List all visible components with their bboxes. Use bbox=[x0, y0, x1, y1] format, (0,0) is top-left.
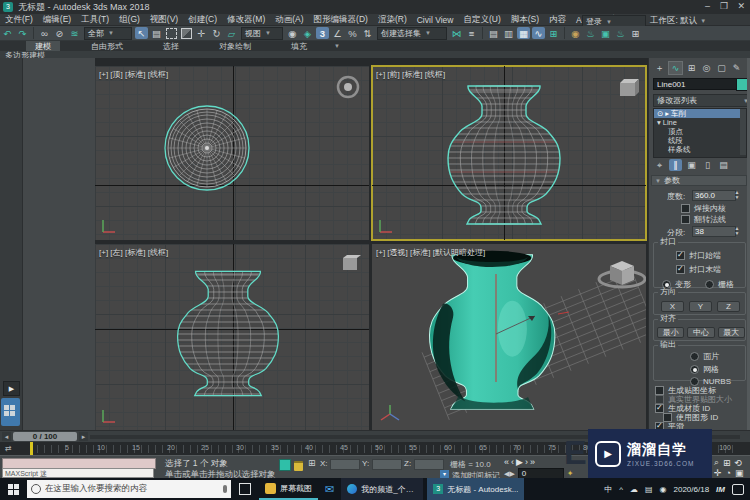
patch-radio[interactable] bbox=[690, 352, 699, 361]
viewcube-icon[interactable] bbox=[620, 79, 639, 96]
ribbon-toggle-icon[interactable]: ▦ bbox=[517, 27, 530, 39]
stack-item-spline[interactable]: 样条线 bbox=[654, 145, 746, 154]
align-min-button[interactable]: 最小 bbox=[657, 327, 684, 338]
motion-tab-icon[interactable]: ◎ bbox=[700, 62, 713, 74]
snaps-toggle-icon[interactable]: 3 bbox=[316, 27, 329, 39]
direction-z-button[interactable]: Z bbox=[717, 301, 740, 312]
x-coord-field[interactable] bbox=[330, 459, 360, 470]
grid-radio[interactable] bbox=[705, 280, 714, 289]
menu-scripting[interactable]: 脚本(S) bbox=[506, 14, 544, 26]
viewport-front[interactable]: [+] [前] [标准] [线框] bbox=[372, 66, 646, 240]
taskbar-item-screenshot[interactable]: 屏幕截图 bbox=[259, 478, 318, 500]
show-end-result-icon[interactable]: ∥ bbox=[669, 159, 682, 171]
cap-start-checkbox[interactable] bbox=[676, 251, 685, 260]
menu-animation[interactable]: 动画(A) bbox=[270, 14, 308, 26]
render-grid-icon[interactable]: ⊞ bbox=[629, 27, 642, 39]
fov-icon[interactable]: ◔ bbox=[726, 468, 731, 478]
display-tab-icon[interactable]: ▢ bbox=[715, 62, 728, 74]
rendered-frame-window-icon[interactable]: ▣ bbox=[599, 27, 612, 39]
degrees-field[interactable]: 360.0 bbox=[692, 190, 736, 201]
configure-modifier-sets-icon[interactable]: ▤ bbox=[717, 159, 730, 171]
zoom-icon[interactable]: ⌕ bbox=[714, 457, 719, 468]
viewport-perspective[interactable]: [+] [透视] [标准] [默认明暗处理] bbox=[372, 244, 646, 430]
menu-rendering[interactable]: 渲染(R) bbox=[373, 14, 412, 26]
render-setup-icon[interactable]: ♨ bbox=[584, 27, 597, 39]
material-editor-icon[interactable]: ◉ bbox=[569, 27, 582, 39]
viewport-front-label[interactable]: [+] [前] [标准] [线框] bbox=[376, 69, 445, 80]
minimize-button[interactable]: – bbox=[705, 1, 710, 11]
ribbon-minimize-icon[interactable]: ▼ bbox=[334, 43, 340, 49]
current-frame-marker[interactable] bbox=[30, 442, 33, 455]
key-mode-icon[interactable]: ◀▶ bbox=[504, 470, 515, 478]
object-name-field[interactable]: Line001 bbox=[653, 78, 739, 90]
orbit-icon[interactable]: ⟲ bbox=[735, 458, 743, 468]
utilities-tab-icon[interactable]: ✎ bbox=[730, 62, 743, 74]
close-button[interactable]: ✕ bbox=[737, 1, 745, 11]
go-to-end-icon[interactable]: » bbox=[530, 457, 535, 467]
menu-group[interactable]: 组(G) bbox=[114, 14, 145, 26]
viewport-left-label[interactable]: [+] [左] [标准] [线框] bbox=[99, 247, 168, 258]
absolute-offset-icon[interactable]: ⊞ bbox=[308, 458, 316, 468]
unlink-selection-icon[interactable]: ⊘ bbox=[53, 27, 66, 39]
isolate-selection-icon[interactable] bbox=[279, 459, 291, 471]
layer-manager-icon[interactable]: ▥ bbox=[502, 27, 515, 39]
stack-item-lathe[interactable]: ⊙▸车削 bbox=[654, 109, 746, 118]
curve-editor-icon[interactable]: ∿ bbox=[532, 27, 545, 39]
viewport-layout-tab[interactable] bbox=[1, 398, 20, 426]
create-tab-icon[interactable]: ＋ bbox=[653, 62, 666, 74]
tab-selection[interactable]: 选择 bbox=[154, 41, 188, 51]
use-pivot-center-icon[interactable]: ◉ bbox=[286, 27, 299, 39]
menu-civil-view[interactable]: Civil View bbox=[412, 15, 459, 25]
chevron-up-icon[interactable]: ^ bbox=[619, 485, 623, 494]
network-icon[interactable]: ▤ bbox=[645, 485, 653, 494]
move-icon[interactable]: ✛ bbox=[195, 27, 208, 39]
scene-explorer-icon[interactable]: ▤ bbox=[487, 27, 500, 39]
make-unique-icon[interactable]: ▣ bbox=[685, 159, 698, 171]
layout-flyout-button[interactable]: ▶ bbox=[3, 381, 20, 396]
previous-frame-icon[interactable]: ‹ bbox=[511, 457, 514, 467]
task-view-button[interactable] bbox=[231, 478, 259, 500]
modifier-list-dropdown[interactable]: 修改器列表▼ bbox=[653, 94, 750, 107]
selection-lock-icon[interactable] bbox=[294, 461, 303, 471]
undo-icon[interactable]: ↶ bbox=[1, 27, 14, 39]
pin-stack-icon[interactable]: ⌖ bbox=[653, 159, 666, 171]
viewport-top-label[interactable]: [+] [顶] [标准] [线框] bbox=[99, 69, 168, 80]
render-production-icon[interactable]: ♨ bbox=[614, 27, 627, 39]
spinner-snap-icon[interactable]: ⇅ bbox=[361, 27, 374, 39]
taskbar-item-3dsmax[interactable]: 3 无标题 - Autodesk... bbox=[427, 478, 524, 500]
reference-coordinate-dropdown[interactable]: 视图▼ bbox=[241, 27, 283, 40]
hierarchy-tab-icon[interactable]: ⊞ bbox=[685, 62, 698, 74]
mini-curve-editor-icon[interactable]: ⇄ bbox=[5, 444, 12, 453]
viewcube-icon[interactable] bbox=[338, 77, 358, 97]
align-center-button[interactable]: 中心 bbox=[687, 327, 714, 338]
taskbar-item-browser[interactable]: 我的频道_个人中心... bbox=[341, 478, 423, 500]
menu-create[interactable]: 创建(C) bbox=[183, 14, 222, 26]
menu-views[interactable]: 视图(V) bbox=[145, 14, 183, 26]
im-tray-icon[interactable]: IM bbox=[716, 485, 725, 494]
select-and-manipulate-icon[interactable]: ◈ bbox=[301, 27, 314, 39]
parameters-rollout-header[interactable]: ▼参数 bbox=[651, 175, 747, 186]
taskbar-search-box[interactable]: 在这里输入你要搜索的内容 bbox=[27, 480, 231, 498]
tab-populate[interactable]: 填充 bbox=[282, 41, 316, 51]
menu-content[interactable]: 内容 bbox=[544, 14, 571, 26]
direction-y-button[interactable]: Y bbox=[689, 301, 712, 312]
select-by-name-icon[interactable]: ▤ bbox=[150, 27, 163, 39]
percent-snap-icon[interactable]: % bbox=[346, 27, 359, 39]
window-crossing-icon[interactable] bbox=[180, 27, 193, 39]
degrees-spinner[interactable]: ▲▼ bbox=[733, 189, 741, 200]
menu-edit[interactable]: 编辑(E) bbox=[38, 14, 76, 26]
menu-graph-editors[interactable]: 图形编辑器(D) bbox=[309, 14, 373, 26]
go-to-start-icon[interactable]: « bbox=[504, 457, 509, 467]
direction-x-button[interactable]: X bbox=[661, 301, 684, 312]
mirror-icon[interactable]: ⋈ bbox=[450, 27, 463, 39]
viewcube-icon[interactable] bbox=[599, 261, 645, 287]
segments-field[interactable]: 38 bbox=[692, 226, 736, 237]
cloud-icon[interactable]: ☁ bbox=[630, 485, 638, 494]
play-animation-icon[interactable]: ▶ bbox=[516, 457, 523, 467]
align-max-button[interactable]: 最大 bbox=[718, 327, 745, 338]
tab-freeform[interactable]: 自由形式 bbox=[82, 41, 132, 51]
weld-core-checkbox[interactable] bbox=[681, 204, 690, 213]
menu-modifiers[interactable]: 修改器(M) bbox=[222, 14, 270, 26]
select-object-icon[interactable]: ↖ bbox=[135, 27, 148, 39]
tab-object-paint[interactable]: 对象绘制 bbox=[210, 41, 260, 51]
